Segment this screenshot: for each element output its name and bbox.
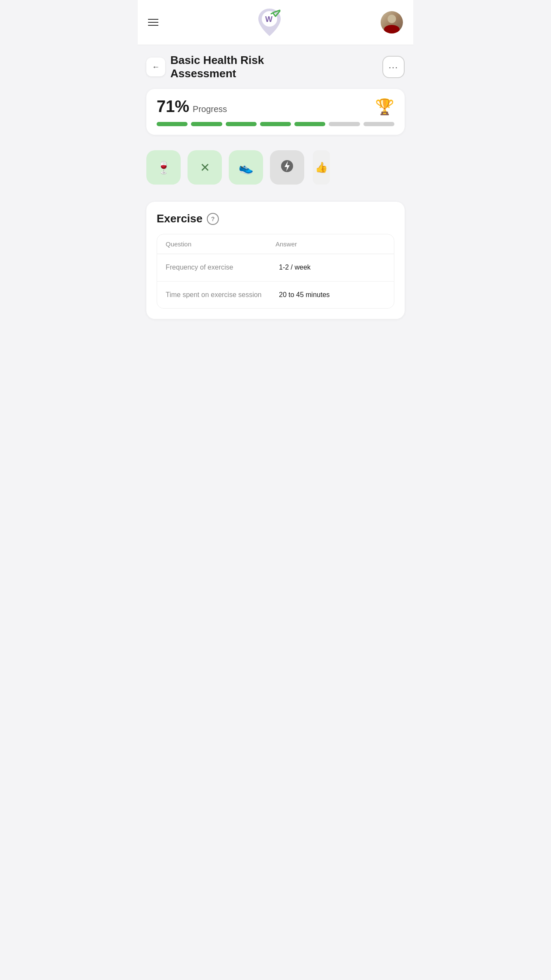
progress-segment-2: [191, 122, 222, 126]
category-other-button[interactable]: 👍: [313, 150, 330, 185]
progress-percent: 71%: [157, 97, 189, 116]
progress-segment-5: [294, 122, 325, 126]
progress-text: 71% Progress: [157, 97, 227, 116]
qa-table: Question Answer Frequency of exercise 1-…: [157, 234, 394, 309]
page-title: Basic Health Risk Assessment: [170, 54, 264, 80]
energy-icon: [280, 159, 294, 176]
question-time: Time spent on exercise session: [166, 290, 279, 300]
col-question-header: Question: [166, 240, 276, 248]
col-answer-header: Answer: [276, 240, 385, 248]
progress-segment-7: [363, 122, 394, 126]
category-energy-button[interactable]: [270, 150, 304, 185]
menu-button[interactable]: [148, 19, 158, 26]
help-icon-button[interactable]: ?: [207, 213, 219, 225]
progress-segment-6: [329, 122, 360, 126]
categories-row: 🍷 ✕ 👟 👍: [146, 145, 405, 190]
back-button[interactable]: ←: [146, 58, 165, 76]
question-frequency: Frequency of exercise: [166, 263, 279, 272]
page-content: ← Basic Health Risk Assessment ··· 71% P…: [138, 45, 413, 328]
progress-card: 71% Progress 🏆: [146, 89, 405, 135]
header: W: [138, 0, 413, 45]
table-header: Question Answer: [157, 234, 394, 254]
title-bar: ← Basic Health Risk Assessment ···: [146, 54, 405, 80]
category-food-button[interactable]: ✕: [188, 150, 222, 185]
section-title: Exercise: [157, 212, 203, 225]
logo-icon: W: [256, 7, 283, 38]
drink-icon: 🍷: [156, 161, 171, 175]
category-exercise-button[interactable]: 👟: [229, 150, 263, 185]
logo: W: [256, 7, 283, 38]
answer-frequency: 1-2 / week: [279, 263, 385, 272]
progress-segment-4: [260, 122, 291, 126]
answer-time: 20 to 45 minutes: [279, 290, 385, 300]
progress-header: 71% Progress 🏆: [157, 97, 394, 116]
title-left: ← Basic Health Risk Assessment: [146, 54, 264, 80]
more-options-button[interactable]: ···: [382, 56, 405, 78]
progress-label: Progress: [193, 104, 227, 114]
exercise-section: Exercise ? Question Answer Frequency of …: [146, 202, 405, 319]
svg-text:W: W: [265, 15, 272, 24]
category-drink-button[interactable]: 🍷: [146, 150, 181, 185]
avatar[interactable]: [381, 11, 403, 33]
exercise-icon: 👟: [239, 161, 254, 175]
section-header: Exercise ?: [157, 212, 394, 225]
progress-segment-1: [157, 122, 188, 126]
table-row: Time spent on exercise session 20 to 45 …: [157, 282, 394, 308]
progress-segment-3: [226, 122, 257, 126]
trophy-icon: 🏆: [375, 98, 394, 116]
food-icon: ✕: [200, 161, 210, 175]
table-row: Frequency of exercise 1-2 / week: [157, 254, 394, 281]
other-icon: 👍: [315, 161, 328, 173]
page-title-text: Basic Health Risk Assessment: [170, 54, 264, 80]
progress-bars: [157, 122, 394, 126]
